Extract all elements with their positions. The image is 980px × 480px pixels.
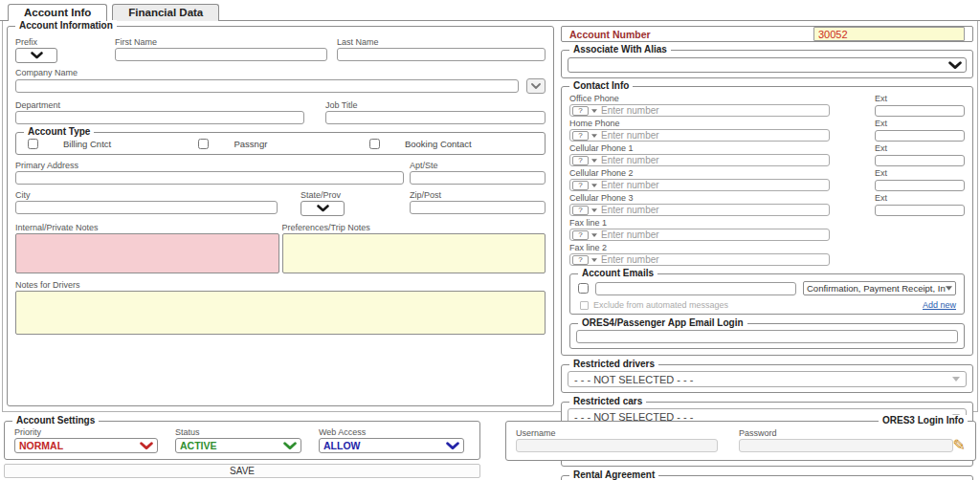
zip-post-label: Zip/Post <box>410 190 546 200</box>
apt-ste-label: Apt/Ste <box>410 161 546 170</box>
internal-private-notes-textarea[interactable] <box>15 233 279 273</box>
account-settings-fieldset: Account Settings PriorityNORMALStatusACT… <box>4 421 480 460</box>
ores4-email-login-fieldset: ORES4/Passenger App Email Login <box>569 323 965 349</box>
account-settings-legend: Account Settings <box>12 415 99 425</box>
status-label: Status <box>175 427 301 437</box>
cellular-phone-1-label: Cellular Phone 1 <box>569 143 830 153</box>
associate-with-alias-select[interactable] <box>568 57 967 73</box>
chevron-down-icon <box>591 134 597 138</box>
priority-select[interactable]: NORMAL <box>14 438 158 453</box>
billing-cntct-label: Billing Cntct <box>63 139 111 149</box>
cellular-phone-3-ext-input[interactable] <box>875 205 965 216</box>
ext-label: Ext <box>875 119 965 128</box>
country-flag-selector[interactable]: ? <box>572 156 589 165</box>
fax-line-2-input[interactable]: ?Enter number <box>569 253 830 266</box>
last-name-input[interactable] <box>337 48 546 61</box>
chevron-down-icon <box>531 83 541 89</box>
email-primary-checkbox[interactable] <box>578 283 589 294</box>
chevron-down-icon <box>591 233 597 237</box>
home-phone-ext-input[interactable] <box>875 130 965 142</box>
primary-address-input[interactable] <box>15 171 404 185</box>
phone-row-fax-line-1: Fax line 1?Enter number <box>569 215 965 240</box>
phone-row-cellular-phone-2: Cellular Phone 2?Enter numberExt <box>569 165 965 190</box>
company-name-input[interactable] <box>15 79 519 93</box>
phone-row-fax-line-2: Fax line 2?Enter number <box>569 240 965 265</box>
first-name-input[interactable] <box>115 48 327 61</box>
cellular-phone-2-ext-input[interactable] <box>875 180 965 191</box>
internal-notes-label: Internal/Private Notes <box>15 223 279 232</box>
phone-row-office-phone: Office Phone?Enter numberExt <box>569 91 965 116</box>
restricted-drivers-fieldset: Restricted drivers - - - NOT SELECTED - … <box>561 364 973 393</box>
ext-label: Ext <box>875 143 965 153</box>
company-name-label: Company Name <box>15 68 546 77</box>
settings-row: PriorityNORMALStatusACTIVEWeb AccessALLO… <box>14 425 470 453</box>
account-information-legend: Account Information <box>15 20 117 31</box>
zip-post-input[interactable] <box>410 201 546 214</box>
state-prov-label: State/Prov <box>301 190 346 200</box>
add-new-email-link[interactable]: Add new <box>923 300 956 310</box>
phone-placeholder: Enter number <box>601 229 659 240</box>
priority-field: PriorityNORMAL <box>14 425 158 453</box>
edit-pencil-icon[interactable]: ✎ <box>953 439 966 452</box>
ext-label: Ext <box>875 94 965 103</box>
password-input[interactable] <box>739 439 953 452</box>
account-number-input[interactable] <box>813 27 965 41</box>
city-input[interactable] <box>15 201 278 214</box>
company-name-lookup-button[interactable] <box>526 78 546 94</box>
priority-value: NORMAL <box>19 440 140 451</box>
account-type-option-billing-cntct: Billing Cntct <box>24 139 194 149</box>
country-flag-selector[interactable]: ? <box>572 181 589 190</box>
chevron-down-icon <box>591 258 597 262</box>
priority-label: Priority <box>14 427 158 437</box>
tab-bar: Account InfoFinancial Data <box>0 0 980 21</box>
state-prov-select[interactable] <box>301 201 345 216</box>
email-type-select[interactable]: Confirmation, Payment Receipt, Inv <box>803 281 956 295</box>
restricted-drivers-legend: Restricted drivers <box>569 359 658 369</box>
country-flag-selector[interactable]: ? <box>572 255 589 265</box>
cellular-phone-1-ext-input[interactable] <box>875 155 965 166</box>
office-phone-ext-input[interactable] <box>875 105 965 117</box>
billing-cntct-checkbox[interactable] <box>28 139 38 149</box>
booking-contact-checkbox[interactable] <box>369 139 380 149</box>
cellular-phone-2-label: Cellular Phone 2 <box>569 168 830 178</box>
tab-financial-data[interactable]: Financial Data <box>112 4 219 21</box>
passngr-checkbox[interactable] <box>198 139 209 149</box>
country-flag-selector[interactable]: ? <box>572 131 589 141</box>
chevron-down-icon <box>140 442 153 450</box>
primary-address-label: Primary Address <box>15 161 404 170</box>
preferences-trip-notes-textarea[interactable] <box>282 233 546 273</box>
department-label: Department <box>15 100 304 110</box>
account-type-fieldset: Account Type Billing CntctPassngrBooking… <box>15 132 546 155</box>
prefix-select[interactable] <box>15 48 57 63</box>
left-column: Account Information Prefix First Name La… <box>7 26 554 409</box>
phone-placeholder: Enter number <box>601 254 659 265</box>
cellular-phone-3-label: Cellular Phone 3 <box>569 193 830 203</box>
first-name-label: First Name <box>115 37 327 47</box>
preferences-notes-label: Preferences/Trip Notes <box>282 223 546 232</box>
restricted-drivers-select[interactable]: - - - NOT SELECTED - - - <box>568 371 967 387</box>
status-select[interactable]: ACTIVE <box>175 438 301 453</box>
ores4-email-login-input[interactable] <box>576 330 958 343</box>
driver-notes-label: Notes for Drivers <box>15 280 546 290</box>
job-title-input[interactable] <box>325 111 546 124</box>
account-type-legend: Account Type <box>24 126 94 137</box>
department-input[interactable] <box>15 111 304 124</box>
phone-placeholder: Enter number <box>601 205 659 215</box>
country-flag-selector[interactable]: ? <box>572 206 589 215</box>
email-address-input[interactable] <box>595 282 796 295</box>
ext-label: Ext <box>875 168 965 178</box>
web_access-select[interactable]: ALLOW <box>319 438 464 453</box>
phone-row-cellular-phone-3: Cellular Phone 3?Enter numberExt <box>569 190 965 215</box>
home-phone-label: Home Phone <box>569 119 830 128</box>
notes-for-drivers-textarea[interactable] <box>15 291 546 335</box>
save-button[interactable]: SAVE <box>4 464 480 478</box>
office-phone-label: Office Phone <box>569 94 830 103</box>
country-flag-selector[interactable]: ? <box>572 106 589 116</box>
exclude-checkbox-icon <box>580 301 589 310</box>
tab-account-info[interactable]: Account Info <box>8 4 107 21</box>
country-flag-selector[interactable]: ? <box>572 230 589 240</box>
apt-ste-input[interactable] <box>410 171 546 185</box>
phone-rows: Office Phone?Enter numberExtHome Phone?E… <box>569 91 965 265</box>
booking-contact-label: Booking Contact <box>405 139 472 149</box>
username-input[interactable] <box>516 439 718 452</box>
